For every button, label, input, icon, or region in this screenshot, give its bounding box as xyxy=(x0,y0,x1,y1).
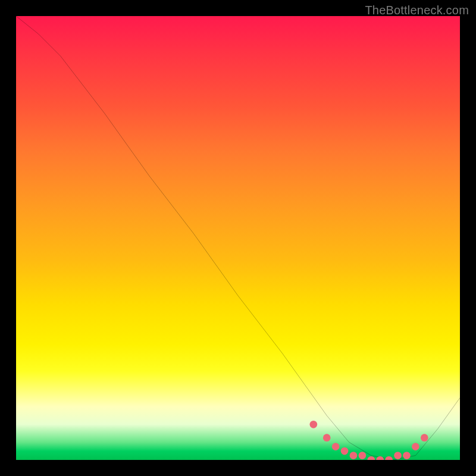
marker-dot xyxy=(421,434,428,441)
marker-dot xyxy=(309,421,317,428)
chart-stage: TheBottleneck.com xyxy=(0,0,476,476)
marker-dot xyxy=(323,434,331,441)
valley-markers xyxy=(309,421,428,460)
marker-dot xyxy=(367,456,375,460)
plot-area xyxy=(16,16,460,460)
marker-dot xyxy=(385,456,393,460)
attribution-text: TheBottleneck.com xyxy=(365,4,469,17)
chart-svg xyxy=(16,16,460,460)
marker-dot xyxy=(394,452,402,459)
marker-dot xyxy=(412,443,419,450)
marker-dot xyxy=(350,452,358,459)
marker-dot xyxy=(332,443,340,450)
data-curve xyxy=(16,16,460,460)
marker-dot xyxy=(341,447,349,455)
marker-dot xyxy=(403,452,411,459)
marker-dot xyxy=(359,452,367,459)
